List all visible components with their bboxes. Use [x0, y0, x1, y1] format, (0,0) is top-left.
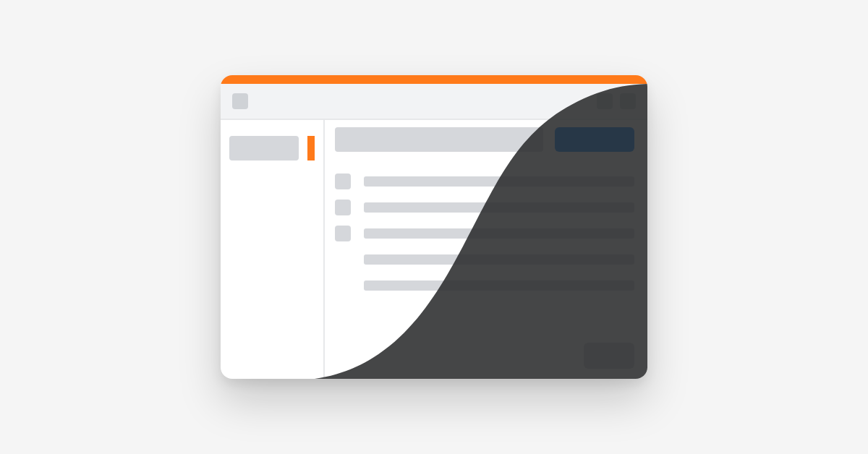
titlebar-action-icon[interactable] — [620, 93, 636, 109]
list-item[interactable] — [335, 226, 634, 241]
search-input[interactable] — [335, 127, 543, 152]
content-area — [335, 127, 634, 369]
checkbox-icon[interactable] — [335, 200, 351, 215]
sidebar-divider — [323, 120, 325, 379]
sidebar — [221, 127, 307, 379]
checkbox-icon[interactable] — [335, 226, 351, 241]
checkbox-icon[interactable] — [335, 174, 351, 189]
window-control-icon[interactable] — [232, 93, 248, 109]
primary-button[interactable] — [555, 127, 634, 152]
window-accent-bar — [221, 75, 647, 84]
content-toolbar — [335, 127, 634, 152]
list-item-text — [364, 280, 634, 291]
app-window — [221, 75, 647, 379]
titlebar-action-icon[interactable] — [597, 93, 613, 109]
list-item-text — [364, 176, 634, 187]
list-item-text — [364, 228, 634, 239]
list-item[interactable] — [335, 200, 634, 215]
list-item[interactable] — [335, 278, 634, 294]
titlebar — [221, 84, 647, 119]
footer-button[interactable] — [584, 343, 634, 369]
sidebar-item[interactable] — [229, 136, 299, 160]
list-item-text — [364, 202, 634, 213]
illustration-stage — [0, 0, 868, 454]
list-item[interactable] — [335, 174, 634, 189]
list-item-text — [364, 254, 634, 265]
window-body — [221, 120, 647, 379]
list — [335, 174, 634, 294]
list-item[interactable] — [335, 252, 634, 267]
sidebar-active-indicator — [307, 136, 315, 160]
